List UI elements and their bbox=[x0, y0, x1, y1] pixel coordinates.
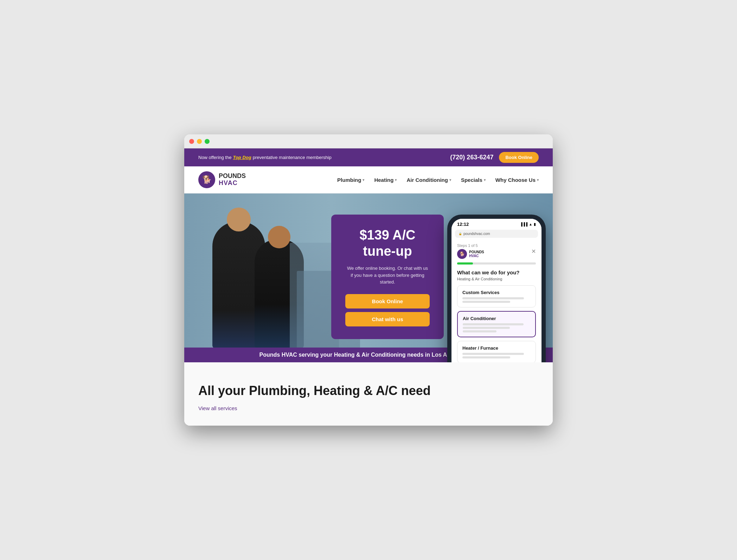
book-online-hero-button[interactable]: Book Online bbox=[345, 294, 430, 308]
progress-bar-fill bbox=[457, 262, 473, 265]
nav-air-conditioning[interactable]: Air Conditioning ▾ bbox=[406, 177, 451, 183]
nav-why-choose-us-caret: ▾ bbox=[537, 178, 539, 182]
promo-card: $139 A/C tune-up We offer online booking… bbox=[331, 215, 444, 339]
view-all-services-link[interactable]: View all services bbox=[198, 405, 237, 411]
wifi-icon: ▲ bbox=[529, 222, 532, 226]
phone-status-icons: ▐▐▐ ▲ ▮ bbox=[520, 222, 536, 226]
progress-bar-background bbox=[457, 262, 536, 265]
announcement-text-after: preventative maintenance membership bbox=[253, 155, 332, 160]
below-hero-section: All your Plumbing, Heating & A/C need Vi… bbox=[184, 362, 553, 426]
phone-mockup: 12:12 ▐▐▐ ▲ ▮ 🔒 poundshvac.com bbox=[447, 215, 546, 362]
phone-close-button[interactable]: ✕ bbox=[531, 248, 536, 255]
svc-line-2 bbox=[462, 301, 510, 303]
phone-status-bar: 12:12 ▐▐▐ ▲ ▮ bbox=[451, 219, 541, 228]
air-conditioner-title: Air Conditioner bbox=[463, 316, 530, 321]
ac-lines bbox=[463, 323, 530, 332]
nav-air-conditioning-caret: ▾ bbox=[449, 178, 451, 182]
top-bar-announcement: Now offering the Top Dog preventative ma… bbox=[198, 155, 332, 160]
ac-line-2 bbox=[463, 327, 510, 329]
announcement-text-before: Now offering the bbox=[198, 155, 231, 160]
phone-logo-hvac: HVAC bbox=[469, 254, 484, 258]
heater-furnace-title: Heater / Furnace bbox=[462, 345, 531, 351]
chat-with-us-button[interactable]: Chat with us bbox=[345, 312, 430, 326]
phone-logo-area: 🐕 POUNDS HVAC bbox=[457, 249, 484, 259]
logo-dog-icon: 🐕 bbox=[198, 171, 215, 188]
nav-specials-caret: ▾ bbox=[484, 178, 486, 182]
heater-line-2 bbox=[462, 356, 510, 358]
heater-line-1 bbox=[462, 353, 524, 355]
maximize-button[interactable] bbox=[205, 139, 210, 144]
custom-services-lines bbox=[462, 297, 531, 303]
phone-logo-text: POUNDS HVAC bbox=[469, 250, 484, 258]
book-online-top-button[interactable]: Book Online bbox=[499, 152, 539, 163]
service-option-custom[interactable]: Custom Services bbox=[457, 285, 536, 307]
phone-steps-text: Steps 1 of 5 🐕 POUNDS HVAC bbox=[457, 243, 484, 259]
signal-icon: ▐▐▐ bbox=[520, 222, 527, 226]
nav-heating-caret: ▾ bbox=[395, 178, 397, 182]
phone-number[interactable]: (720) 263-6247 bbox=[450, 154, 493, 161]
nav-specials[interactable]: Specials ▾ bbox=[461, 177, 486, 183]
browser-titlebar bbox=[184, 134, 553, 148]
service-option-heater[interactable]: Heater / Furnace bbox=[457, 341, 536, 362]
custom-services-title: Custom Services bbox=[462, 290, 531, 295]
browser-window: Now offering the Top Dog preventative ma… bbox=[184, 134, 553, 426]
booking-question: What can we do for you? bbox=[457, 269, 536, 275]
phone-logo-row: Steps 1 of 5 🐕 POUNDS HVAC bbox=[457, 243, 536, 259]
phone-url-bar[interactable]: 🔒 poundshvac.com bbox=[455, 230, 538, 238]
hero-section: $139 A/C tune-up We offer online booking… bbox=[184, 193, 553, 362]
logo-pounds: POUNDS bbox=[219, 173, 246, 180]
phone-outer-frame: 12:12 ▐▐▐ ▲ ▮ 🔒 poundshvac.com bbox=[447, 215, 546, 362]
battery-icon: ▮ bbox=[534, 222, 536, 226]
close-button[interactable] bbox=[189, 139, 194, 144]
nav-plumbing-caret: ▾ bbox=[363, 178, 364, 182]
heater-lines bbox=[462, 353, 531, 358]
website-content: Now offering the Top Dog preventative ma… bbox=[184, 148, 553, 426]
phone-booking-form: Steps 1 of 5 🐕 POUNDS HVAC bbox=[451, 239, 541, 362]
svc-line-1 bbox=[462, 297, 524, 299]
logo-area: 🐕 POUNDS HVAC bbox=[198, 171, 246, 188]
phone-steps-label: Steps 1 of 5 bbox=[457, 243, 484, 248]
phone-time: 12:12 bbox=[457, 222, 469, 227]
phone-screen: 12:12 ▐▐▐ ▲ ▮ 🔒 poundshvac.com bbox=[451, 219, 541, 362]
section-heading: All your Plumbing, Heating & A/C need bbox=[198, 383, 539, 398]
phone-logo-dog-icon: 🐕 bbox=[457, 249, 467, 259]
ac-line-3 bbox=[463, 330, 496, 332]
service-option-ac[interactable]: Air Conditioner bbox=[457, 311, 536, 337]
top-bar-right: (720) 263-6247 Book Online bbox=[450, 152, 539, 163]
person-1-head bbox=[227, 208, 251, 231]
booking-category: Heating & Air Conditioning bbox=[457, 277, 536, 281]
nav-why-choose-us[interactable]: Why Choose Us ▾ bbox=[495, 177, 539, 183]
top-bar: Now offering the Top Dog preventative ma… bbox=[184, 148, 553, 166]
promo-title: $139 A/C tune-up bbox=[345, 227, 430, 259]
nav-links: Plumbing ▾ Heating ▾ Air Conditioning ▾ … bbox=[337, 177, 539, 183]
main-nav: 🐕 POUNDS HVAC Plumbing ▾ Heating ▾ Air C… bbox=[184, 166, 553, 193]
phone-logo-pounds: POUNDS bbox=[469, 250, 484, 254]
logo-text: POUNDS HVAC bbox=[219, 173, 246, 187]
url-text: poundshvac.com bbox=[463, 232, 490, 236]
nav-heating[interactable]: Heating ▾ bbox=[374, 177, 397, 183]
promo-subtitle: We offer online booking. Or chat with us… bbox=[345, 265, 430, 286]
lock-icon: 🔒 bbox=[459, 232, 462, 235]
minimize-button[interactable] bbox=[197, 139, 202, 144]
top-dog-brand: Top Dog bbox=[233, 155, 251, 160]
ac-line-1 bbox=[463, 323, 524, 325]
person-2-head bbox=[268, 226, 290, 248]
nav-plumbing[interactable]: Plumbing ▾ bbox=[337, 177, 364, 183]
logo-hvac: HVAC bbox=[219, 180, 246, 187]
